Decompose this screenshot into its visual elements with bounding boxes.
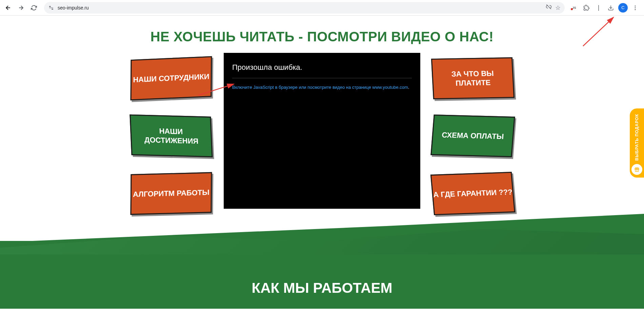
forward-button[interactable] xyxy=(16,2,26,13)
star-icon[interactable]: ☆ xyxy=(555,4,561,12)
card-algorithm[interactable]: АЛГОРИТМ РАБОТЫ xyxy=(130,172,212,215)
menu-icon[interactable] xyxy=(630,3,640,13)
video-embed[interactable]: Произошла ошибка. Включите JavaScript в … xyxy=(224,53,420,209)
address-bar[interactable]: seo-impulse.ru ☆ xyxy=(44,2,565,14)
card-label: АЛГОРИТМ РАБОТЫ xyxy=(133,188,209,199)
card-label: НАШИ СОТРУДНИКИ xyxy=(133,72,209,84)
profile-avatar[interactable]: C xyxy=(618,3,628,13)
how-we-work-title: КАК МЫ РАБОТАЕМ xyxy=(0,241,644,296)
card-achievements[interactable]: НАШИ ДОСТИЖЕНИЯ xyxy=(129,115,213,157)
left-card-column: НАШИ СОТРУДНИКИ НАШИ ДОСТИЖЕНИЯ АЛГОРИТМ… xyxy=(130,53,212,214)
separator: | xyxy=(594,3,603,13)
site-settings-icon[interactable] xyxy=(48,5,54,11)
hero-title: НЕ ХОЧЕШЬ ЧИТАТЬ - ПОСМОТРИ ВИДЕО О НАС! xyxy=(0,16,644,53)
card-staff[interactable]: НАШИ СОТРУДНИКИ xyxy=(130,56,212,101)
card-label: ЗА ЧТО ВЫ ПЛАТИТЕ xyxy=(433,68,513,88)
card-label: А ГДЕ ГАРАНТИИ ??? xyxy=(433,187,513,200)
svg-rect-1 xyxy=(49,7,53,8)
downloads-icon[interactable] xyxy=(606,3,616,13)
browser-toolbar: seo-impulse.ru ☆ JS | C xyxy=(0,0,644,16)
card-label: СХЕМА ОПЛАТЫ xyxy=(442,130,504,141)
video-error-message: Включите JavaScript в браузере или посмо… xyxy=(232,84,412,90)
gift-icon xyxy=(631,164,642,175)
svg-rect-0 xyxy=(49,6,51,7)
page-content: НЕ ХОЧЕШЬ ЧИТАТЬ - ПОСМОТРИ ВИДЕО О НАС!… xyxy=(0,16,644,309)
svg-rect-2 xyxy=(52,8,53,9)
card-guarantees[interactable]: А ГДЕ ГАРАНТИИ ??? xyxy=(430,172,515,215)
right-card-column: ЗА ЧТО ВЫ ПЛАТИТЕ СХЕМА ОПЛАТЫ А ГДЕ ГАР… xyxy=(432,53,514,214)
svg-point-3 xyxy=(635,5,636,6)
back-button[interactable] xyxy=(3,2,14,13)
gift-float-button[interactable]: ВЫБРАТЬ ПОДАРОК xyxy=(630,108,644,178)
reload-button[interactable] xyxy=(28,2,39,13)
broken-link-icon[interactable] xyxy=(546,4,552,12)
card-payment-for[interactable]: ЗА ЧТО ВЫ ПЛАТИТЕ xyxy=(431,57,515,99)
toolbar-right: JS | C xyxy=(569,3,641,13)
how-we-work-section: КАК МЫ РАБОТАЕМ xyxy=(0,241,644,309)
youtube-link[interactable]: www.youtube.com xyxy=(372,85,408,90)
card-label: НАШИ ДОСТИЖЕНИЯ xyxy=(131,125,211,146)
gift-label: ВЫБРАТЬ ПОДАРОК xyxy=(635,114,639,161)
video-error-title: Произошла ошибка. xyxy=(232,63,412,78)
js-extension-icon[interactable]: JS xyxy=(569,3,579,13)
url-text: seo-impulse.ru xyxy=(58,5,542,11)
card-payment-scheme[interactable]: СХЕМА ОПЛАТЫ xyxy=(430,115,515,157)
svg-point-5 xyxy=(635,9,636,10)
content-row: НАШИ СОТРУДНИКИ НАШИ ДОСТИЖЕНИЯ АЛГОРИТМ… xyxy=(0,53,644,231)
svg-point-4 xyxy=(635,7,636,8)
extensions-icon[interactable] xyxy=(582,3,591,13)
